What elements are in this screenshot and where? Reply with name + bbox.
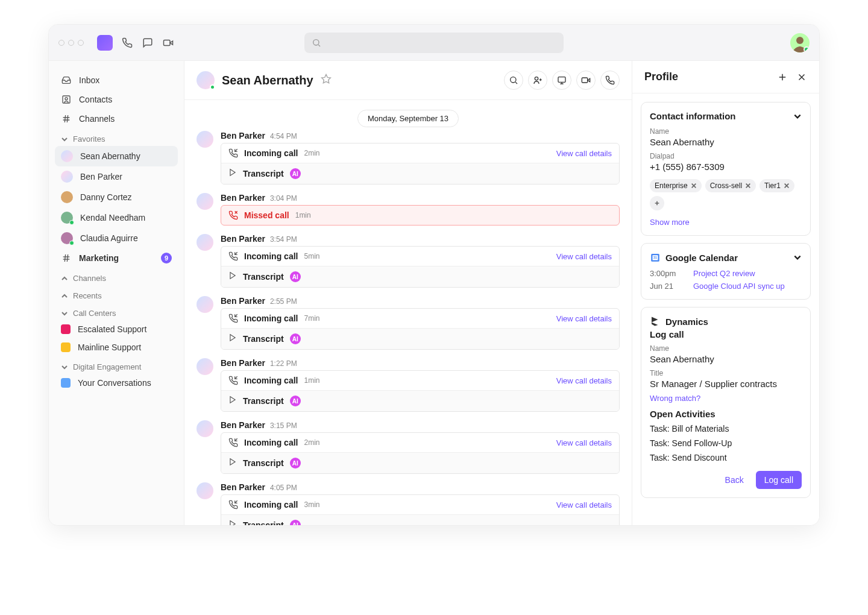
view-call-details-link[interactable]: View call details xyxy=(556,314,612,323)
window-controls[interactable] xyxy=(58,40,84,46)
section-favorites[interactable]: Favorites xyxy=(55,128,178,146)
transcript-row[interactable]: Transcript AI xyxy=(221,329,619,349)
section-callcenters[interactable]: Call Centers xyxy=(55,303,178,320)
svg-point-14 xyxy=(511,77,516,83)
favorite-marketing[interactable]: Marketing 9 xyxy=(55,248,178,268)
search-button[interactable] xyxy=(504,71,523,90)
call-summary-row[interactable]: Incoming call 2min View call details xyxy=(221,144,619,163)
wrong-match-link[interactable]: Wrong match? xyxy=(650,394,802,403)
remove-tag-icon[interactable] xyxy=(784,183,790,189)
task-item[interactable]: Task: Send Follow-Up xyxy=(650,438,802,448)
favorite-ben-parker[interactable]: Ben Parker xyxy=(55,166,178,187)
remove-tag-icon[interactable] xyxy=(745,183,751,189)
svg-rect-17 xyxy=(582,78,587,83)
play-icon xyxy=(228,520,237,525)
call-summary-row[interactable]: Incoming call 1min View call details xyxy=(221,371,619,391)
video-call-button[interactable] xyxy=(576,71,596,90)
remove-tag-icon[interactable] xyxy=(691,183,697,189)
add-icon[interactable] xyxy=(777,72,788,83)
view-call-details-link[interactable]: View call details xyxy=(556,252,612,261)
digital-conversations[interactable]: Your Conversations xyxy=(55,374,178,392)
field-value: Sean Abernathy xyxy=(650,354,802,364)
event-time: 2:55 PM xyxy=(270,297,297,306)
back-button[interactable]: Back xyxy=(719,471,750,489)
chevron-down-icon xyxy=(61,364,68,371)
star-icon[interactable] xyxy=(321,74,332,87)
transcript-row[interactable]: Transcript AI xyxy=(221,453,619,473)
favorite-danny-cortez[interactable]: Danny Cortez xyxy=(55,187,178,207)
transcript-row[interactable]: Transcript AI xyxy=(221,266,619,287)
conversation-actions xyxy=(504,71,620,90)
svg-point-4 xyxy=(65,98,68,100)
conversation-body[interactable]: Monday, September 13 Ben Parker 4:54 PM … xyxy=(184,100,632,525)
add-people-button[interactable] xyxy=(528,71,547,90)
video-icon[interactable] xyxy=(162,37,174,49)
section-channels[interactable]: Channels xyxy=(55,268,178,285)
callcenter-mainline[interactable]: Mainline Support xyxy=(55,338,178,356)
call-summary-row[interactable]: Missed call 1min xyxy=(221,206,619,225)
chevron-down-icon[interactable] xyxy=(793,253,802,262)
section-recents[interactable]: Recents xyxy=(55,285,178,303)
transcript-row[interactable]: Transcript AI xyxy=(221,163,619,184)
call-summary-row[interactable]: Incoming call 7min View call details xyxy=(221,309,619,329)
svg-point-2 xyxy=(796,37,804,44)
phone-icon[interactable] xyxy=(121,37,133,49)
tag-cross-sell[interactable]: Cross-sell xyxy=(705,179,756,192)
task-item[interactable]: Task: Bill of Materials xyxy=(650,424,802,434)
call-summary-row[interactable]: Incoming call 5min View call details xyxy=(221,247,619,266)
call-duration: 5min xyxy=(304,252,319,260)
callcenter-escalated[interactable]: Escalated Support xyxy=(55,320,178,338)
brand-logo[interactable] xyxy=(97,35,113,51)
transcript-row[interactable]: Transcript AI xyxy=(221,515,619,525)
calendar-event[interactable]: Jun 21 Google Cloud API sync up xyxy=(650,282,802,291)
call-event: Ben Parker 2:55 PM Incoming call 7min Vi… xyxy=(197,296,620,350)
ai-badge: AI xyxy=(290,458,301,468)
show-more-link[interactable]: Show more xyxy=(650,218,802,227)
tag-enterprise[interactable]: Enterprise xyxy=(650,179,702,192)
nav-label: Contacts xyxy=(79,95,112,104)
task-item[interactable]: Task: Send Discount xyxy=(650,453,802,462)
svg-marker-20 xyxy=(230,335,235,341)
color-swatch xyxy=(61,378,71,388)
nav-channels[interactable]: Channels xyxy=(55,109,178,128)
card-title: Dynamics xyxy=(650,316,802,327)
event-sender: Ben Parker xyxy=(221,193,265,203)
view-call-details-link[interactable]: View call details xyxy=(556,149,612,158)
chevron-down-icon xyxy=(61,310,68,317)
call-type-label: Incoming call xyxy=(244,438,298,447)
card-title: 31 Google Calendar xyxy=(650,252,738,263)
chat-icon[interactable] xyxy=(142,37,154,49)
call-type-label: Incoming call xyxy=(244,500,298,509)
svg-marker-21 xyxy=(230,397,235,403)
call-duration: 2min xyxy=(304,149,319,157)
tag-tier1[interactable]: Tier1 xyxy=(760,179,794,192)
log-call-button[interactable]: Log call xyxy=(756,471,802,489)
favorite-claudia-aguirre[interactable]: Claudia Aguirre xyxy=(55,228,178,248)
call-summary-row[interactable]: Incoming call 2min View call details xyxy=(221,433,619,453)
hash-icon xyxy=(61,253,72,263)
call-summary-row[interactable]: Incoming call 3min View call details xyxy=(221,495,619,515)
view-call-details-link[interactable]: View call details xyxy=(556,376,612,385)
user-avatar[interactable] xyxy=(790,33,810,52)
section-digital[interactable]: Digital Engagement xyxy=(55,356,178,374)
tags-container: Enterprise Cross-sell Tier1 xyxy=(650,179,802,210)
calendar-event[interactable]: 3:00pm Project Q2 review xyxy=(650,269,802,278)
nav-inbox[interactable]: Inbox xyxy=(55,71,178,90)
transcript-row[interactable]: Transcript AI xyxy=(221,391,619,411)
view-call-details-link[interactable]: View call details xyxy=(556,438,612,447)
add-tag-button[interactable] xyxy=(650,196,664,210)
screen-share-button[interactable] xyxy=(552,71,571,90)
favorite-kendal-needham[interactable]: Kendal Needham xyxy=(55,207,178,228)
call-card: Incoming call 5min View call details Tra… xyxy=(221,246,620,288)
close-icon[interactable] xyxy=(796,72,807,83)
view-call-details-link[interactable]: View call details xyxy=(556,500,612,509)
voice-call-button[interactable] xyxy=(600,71,620,90)
search-input[interactable] xyxy=(304,33,564,53)
favorite-sean-abernathy[interactable]: Sean Abernathy xyxy=(55,146,178,166)
nav-label: Channels xyxy=(79,114,115,124)
nav-contacts[interactable]: Contacts xyxy=(55,90,178,109)
play-icon xyxy=(228,458,237,468)
chevron-down-icon[interactable] xyxy=(793,112,802,121)
contacts-icon xyxy=(61,94,72,105)
contact-avatar xyxy=(197,420,213,437)
